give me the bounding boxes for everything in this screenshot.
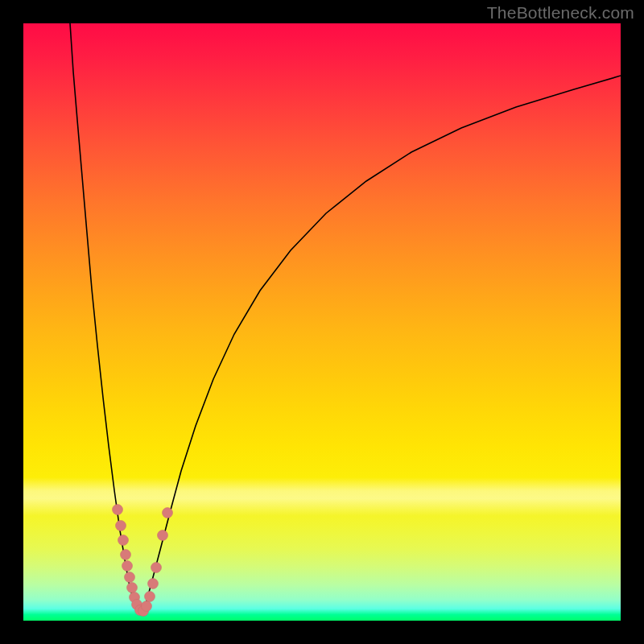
- data-dot: [142, 601, 152, 612]
- watermark-text: TheBottleneck.com: [487, 3, 634, 23]
- data-dot: [116, 521, 126, 531]
- data-dot: [148, 579, 159, 589]
- chart-frame: TheBottleneck.com: [0, 0, 644, 644]
- data-dot: [158, 530, 168, 541]
- plot-area: [23, 23, 621, 621]
- data-dot: [145, 592, 155, 602]
- data-dot: [163, 508, 173, 518]
- data-dot: [122, 561, 133, 572]
- data-dot: [127, 583, 138, 593]
- right-branch-curve: [142, 76, 621, 613]
- data-dot: [151, 563, 162, 573]
- left-branch-curve: [70, 23, 138, 611]
- data-dot: [118, 535, 129, 546]
- dot-cluster: [113, 505, 173, 617]
- data-dot: [125, 572, 135, 583]
- data-dot: [121, 550, 131, 560]
- data-dot: [113, 505, 123, 515]
- curve-overlay: [23, 23, 621, 621]
